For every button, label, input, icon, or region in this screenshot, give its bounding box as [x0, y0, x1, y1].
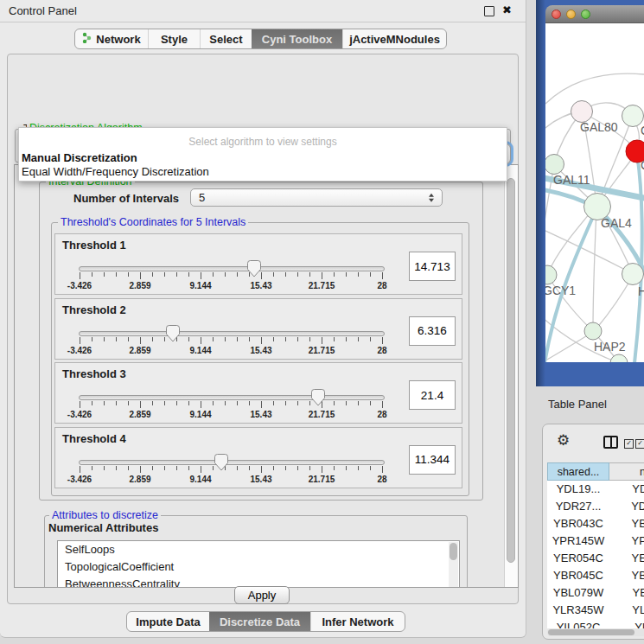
slider-tick	[80, 466, 80, 473]
apply-button[interactable]: Apply	[234, 586, 290, 604]
tab-network[interactable]: Network	[75, 29, 148, 48]
slider-tick-label: 9.144	[189, 281, 211, 290]
slider-tick	[285, 466, 286, 470]
table-panel-container: ⚙ ✓ ✓ shared...naYDL19...YDL1YDR27...YDR…	[542, 424, 644, 640]
attribute-list-item[interactable]: SelfLoops	[58, 541, 459, 558]
list-scrollbar-thumb[interactable]	[450, 543, 457, 560]
gear-icon[interactable]: ⚙	[557, 431, 570, 450]
slider-tick	[116, 401, 117, 405]
zoom-traffic-light-icon[interactable]	[581, 10, 590, 19]
close-traffic-light-icon[interactable]	[552, 10, 561, 19]
slider-tick	[346, 337, 347, 341]
slider-tick	[261, 466, 262, 473]
slider-tick-label: 9.144	[189, 475, 211, 484]
dropdown-option[interactable]: Manual Discretization	[22, 151, 137, 164]
slider-tick	[334, 272, 335, 277]
slider-thumb[interactable]	[214, 454, 228, 471]
attribute-list-item[interactable]: TopologicalCoefficient	[58, 558, 459, 576]
network-node-gcy1[interactable]	[545, 265, 557, 284]
panel-scrollbar-thumb[interactable]	[507, 178, 515, 563]
network-node-h[interactable]	[622, 264, 644, 285]
table-row[interactable]: YLR345WYLR3	[547, 602, 644, 619]
slider-tick	[164, 272, 165, 277]
close-icon[interactable]: ✖	[502, 3, 512, 16]
tab-style[interactable]: Style	[148, 29, 200, 48]
slider-tick	[370, 401, 371, 405]
slider-tick	[237, 337, 238, 341]
tab-infer-network[interactable]: Infer Network	[310, 612, 405, 631]
table-row[interactable]: YBR045CYBR0	[547, 567, 644, 584]
network-node-gal80[interactable]	[571, 101, 593, 123]
tab-cyni-toolbox[interactable]: Cyni Toolbox	[252, 29, 342, 48]
table-row[interactable]: YBL079WYBL0	[547, 584, 644, 602]
float-window-icon[interactable]	[484, 6, 494, 16]
numerical-attributes-label: Numerical Attributes	[48, 521, 158, 534]
node-label: GA	[641, 124, 644, 137]
checkbox-icon[interactable]: ✓	[624, 439, 634, 449]
table-row[interactable]: YDL19...YDL1	[547, 481, 644, 498]
slider-track[interactable]	[79, 331, 385, 336]
network-node-hap2[interactable]	[584, 322, 602, 340]
slider-track[interactable]	[79, 395, 385, 400]
slider-tick	[358, 337, 359, 341]
slider-tick	[249, 337, 250, 341]
threshold-value-input[interactable]	[409, 252, 456, 281]
table-row[interactable]: YER054CYER0	[547, 550, 644, 567]
tab-discretize-data[interactable]: Discretize Data	[209, 612, 310, 631]
slider-tick	[322, 337, 322, 344]
network-edge[interactable]	[593, 208, 596, 329]
panel-scrollbar[interactable]	[504, 165, 518, 587]
table-scrollbar-thumb[interactable]	[548, 629, 634, 635]
table-row[interactable]: YIL052CYIL0	[547, 619, 644, 628]
slider-tick	[382, 401, 383, 408]
slider-tick	[322, 272, 322, 279]
network-edge[interactable]	[545, 73, 644, 104]
slider-thumb[interactable]	[247, 260, 261, 277]
checkbox-icon[interactable]: ✓	[635, 439, 644, 449]
slider-tick-label: 15.43	[250, 410, 271, 419]
tab-label: Network	[96, 33, 140, 46]
threshold-value-input[interactable]	[409, 380, 456, 410]
list-scrollbar[interactable]	[449, 542, 458, 587]
slider-thumb[interactable]	[166, 325, 180, 342]
table-horizontal-scrollbar[interactable]	[547, 628, 644, 636]
tab-select[interactable]: Select	[200, 29, 252, 48]
slider-tick	[309, 337, 310, 341]
network-node-gal11[interactable]	[545, 155, 564, 175]
slider-tick	[80, 401, 80, 408]
tab-impute-data[interactable]: Impute Data	[127, 612, 209, 631]
network-window-titlebar[interactable]	[545, 5, 644, 23]
split-columns-icon[interactable]	[603, 436, 618, 449]
slider-tick-label: -3.426	[67, 281, 92, 290]
cell-name: YER0	[609, 550, 644, 567]
threshold-value-input[interactable]	[409, 316, 456, 346]
slider-tick-label: 21.715	[309, 346, 335, 355]
slider-tick	[92, 337, 92, 341]
threshold-label: Threshold 1	[62, 239, 126, 252]
slider-tick	[104, 337, 105, 341]
table-row[interactable]: YPR145WYPR1	[547, 532, 644, 550]
node-label: H	[638, 284, 644, 298]
node-table[interactable]: shared...naYDL19...YDL1YDR27...YDR2YBR04…	[547, 462, 644, 628]
network-canvas[interactable]: GAL80GACGAL11GAL4GCY1HHAP2	[545, 23, 644, 362]
column-header-shared-name[interactable]: shared...	[547, 462, 609, 481]
numerical-attributes-list[interactable]: SelfLoopsTopologicalCoefficientBetweenne…	[57, 540, 460, 588]
num-intervals-combobox[interactable]: 5	[190, 188, 443, 207]
column-header-name[interactable]: na	[609, 462, 644, 481]
slider-thumb[interactable]	[311, 389, 325, 406]
slider-tick	[152, 337, 153, 341]
slider-tick	[116, 272, 117, 277]
slider-tick	[201, 401, 201, 408]
slider-track[interactable]	[79, 460, 385, 465]
table-row[interactable]: YDR27...YDR2	[547, 498, 644, 515]
minimize-traffic-light-icon[interactable]	[566, 10, 576, 19]
slider-tick	[358, 401, 359, 405]
table-row[interactable]: YBR043CYBR0	[547, 515, 644, 532]
threshold-value-input[interactable]	[409, 445, 456, 475]
slider-tick-label: 21.715	[309, 281, 335, 290]
dropdown-option[interactable]: Equal Width/Frequency Discretization	[22, 165, 209, 178]
tab-jactivemnodules[interactable]: jActiveMNodules	[342, 29, 446, 48]
slider-track[interactable]	[79, 266, 385, 271]
cell-name: YBL0	[609, 584, 644, 602]
table-panel-title: Table Panel	[548, 398, 607, 411]
